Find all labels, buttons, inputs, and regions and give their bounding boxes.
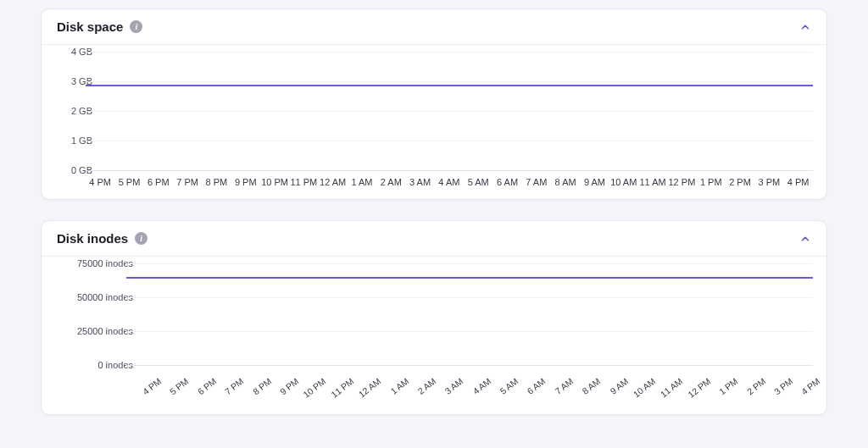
- x-tick-label: 6 PM: [144, 177, 173, 187]
- x-tick-label: 1 PM: [697, 177, 726, 187]
- plot-area: [126, 263, 813, 365]
- x-tick-label: 4 AM: [435, 177, 464, 187]
- x-tick-label: 1 AM: [348, 177, 376, 187]
- x-tick-label: 5 AM: [464, 177, 492, 187]
- x-tick-label: 7 AM: [522, 177, 551, 187]
- title-wrap: Disk inodes i: [57, 231, 147, 246]
- x-tick-label: 10 AM: [609, 177, 638, 187]
- series-line: [126, 277, 813, 279]
- gridline: [86, 111, 813, 112]
- disk-inodes-card: Disk inodes i 0 inodes25000 inodes50000 …: [41, 220, 827, 415]
- x-tick-label: 9 AM: [580, 177, 609, 187]
- x-tick-label: 9 PM: [231, 177, 260, 187]
- x-axis: 4 PM5 PM6 PM7 PM8 PM9 PM10 PM11 PM12 AM1…: [126, 372, 813, 402]
- disk-space-header[interactable]: Disk space i: [42, 9, 826, 45]
- x-tick-label: 4 PM: [784, 177, 813, 187]
- x-tick-label: 10 PM: [260, 177, 289, 187]
- x-tick-label: 3 PM: [754, 177, 783, 187]
- x-tick-label: 6 AM: [492, 177, 521, 187]
- x-tick-label: 12 PM: [667, 177, 696, 187]
- card-title: Disk space: [57, 19, 123, 34]
- x-tick-label: 11 PM: [289, 177, 318, 187]
- x-tick-label: 3 AM: [405, 177, 434, 187]
- gridline: [126, 297, 813, 298]
- gridline: [86, 52, 813, 53]
- x-tick-label: 11 AM: [638, 177, 667, 187]
- series-line: [86, 85, 813, 86]
- x-tick-label: 7 PM: [173, 177, 202, 187]
- y-tick-label: 75000 inodes: [77, 258, 133, 268]
- y-axis: 0 inodes25000 inodes50000 inodes75000 in…: [60, 263, 133, 365]
- card-title: Disk inodes: [57, 231, 128, 246]
- x-tick-label: 2 AM: [376, 177, 405, 187]
- title-wrap: Disk space i: [57, 19, 142, 34]
- x-tick-label: 8 PM: [202, 177, 231, 187]
- chart-area: 0 GB1 GB2 GB3 GB4 GB 4 PM5 PM6 PM7 PM8 P…: [50, 52, 818, 187]
- chevron-up-icon[interactable]: [799, 21, 811, 33]
- x-tick-label: 2 PM: [726, 177, 754, 187]
- disk-inodes-header[interactable]: Disk inodes i: [42, 221, 826, 257]
- gridline: [126, 263, 813, 264]
- info-icon[interactable]: i: [135, 232, 147, 245]
- gridline: [126, 331, 813, 332]
- y-tick-label: 50000 inodes: [77, 292, 133, 302]
- gridline: [126, 365, 813, 366]
- disk-space-chart: 0 GB1 GB2 GB3 GB4 GB 4 PM5 PM6 PM7 PM8 P…: [42, 45, 826, 199]
- x-tick-label: 8 AM: [551, 177, 580, 187]
- disk-inodes-chart: 0 inodes25000 inodes50000 inodes75000 in…: [42, 257, 826, 414]
- x-tick-label: 5 PM: [114, 177, 143, 187]
- x-tick-label: 4 PM: [791, 372, 832, 412]
- x-axis: 4 PM5 PM6 PM7 PM8 PM9 PM10 PM11 PM12 AM1…: [86, 177, 813, 187]
- info-icon[interactable]: i: [130, 20, 142, 33]
- chart-area: 0 inodes25000 inodes50000 inodes75000 in…: [50, 263, 818, 402]
- gridline: [86, 81, 813, 82]
- disk-space-card: Disk space i 0 GB1 GB2 GB3 GB4 GB 4 PM5 …: [41, 8, 827, 200]
- x-tick-label: 12 AM: [319, 177, 348, 187]
- gridline: [86, 170, 813, 171]
- plot-area: [86, 52, 813, 170]
- y-tick-label: 25000 inodes: [77, 326, 133, 336]
- chevron-up-icon[interactable]: [799, 233, 811, 245]
- x-tick-label: 4 PM: [86, 177, 114, 187]
- gridline: [86, 141, 813, 141]
